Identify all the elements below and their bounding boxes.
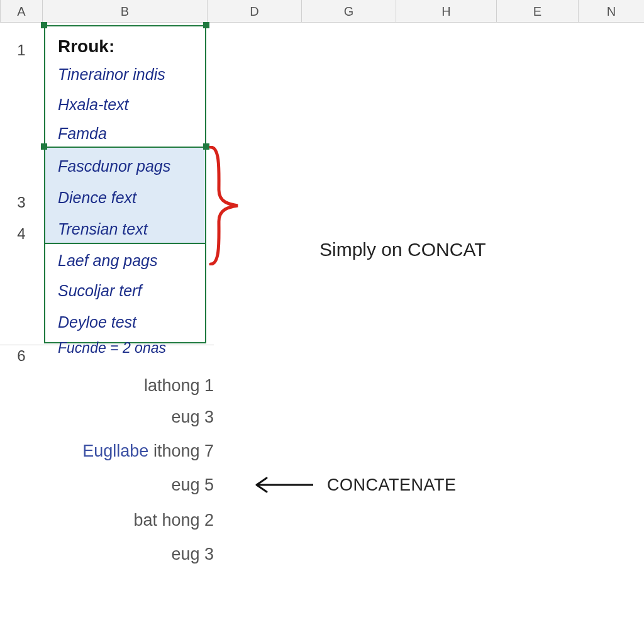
lower-list-4: eug 5	[50, 475, 214, 495]
cell-b1[interactable]: Rrouk:	[58, 36, 203, 57]
lower-list-6: eug 3	[50, 545, 214, 564]
cell-b9[interactable]: Sucoljar terf	[58, 282, 203, 300]
col-header-N[interactable]: N	[579, 0, 644, 23]
brace-icon	[208, 146, 245, 265]
cell-b7[interactable]: Trensian text	[58, 220, 203, 238]
lower-list-3: Eugllabe ithong 7	[50, 441, 214, 461]
col-header-H[interactable]: H	[396, 0, 497, 23]
row-header-1[interactable]: 1	[0, 42, 43, 59]
col-header-G[interactable]: G	[302, 0, 396, 23]
cell-b4[interactable]: Famda	[58, 125, 203, 143]
col-header-A[interactable]: A	[0, 0, 43, 23]
selection-handle-tr[interactable]	[203, 22, 209, 28]
lower-list-2: eug 3	[50, 408, 214, 427]
cell-b6[interactable]: Dience fext	[58, 189, 203, 207]
annotation-concat-hint: Simply on CONCAT	[319, 239, 486, 260]
cell-b11[interactable]: Fucnde = 2 onas	[58, 340, 203, 355]
cell-b10[interactable]: Deyloe test	[58, 313, 203, 331]
lower-list-3-rest: ithong 7	[153, 441, 214, 460]
cell-b3[interactable]: Hxala-text	[58, 96, 203, 114]
row-header-6[interactable]: 6	[0, 347, 43, 365]
selection-handle-tl[interactable]	[41, 22, 47, 28]
cell-b8[interactable]: Laef ang pags	[58, 252, 203, 270]
column-header-row: A B D G H E N	[0, 0, 644, 23]
selection-handle-ml[interactable]	[41, 143, 47, 150]
row-header-3[interactable]: 3	[0, 194, 43, 211]
lower-list-3-prefix: Eugllabe	[82, 441, 148, 460]
lower-list-1: lathong 1	[50, 376, 214, 396]
cell-b2[interactable]: Tinerainor indis	[58, 65, 203, 84]
annotation-concatenate: CONCATENATE	[327, 475, 457, 495]
arrow-left-icon	[245, 475, 314, 494]
lower-list-5: bat hong 2	[50, 511, 214, 530]
col-header-D[interactable]: D	[208, 0, 302, 23]
row-header-4[interactable]: 4	[0, 225, 43, 243]
col-header-E[interactable]: E	[497, 0, 579, 23]
cell-b5[interactable]: Fascdunor pags	[58, 157, 203, 175]
col-header-B[interactable]: B	[43, 0, 208, 23]
